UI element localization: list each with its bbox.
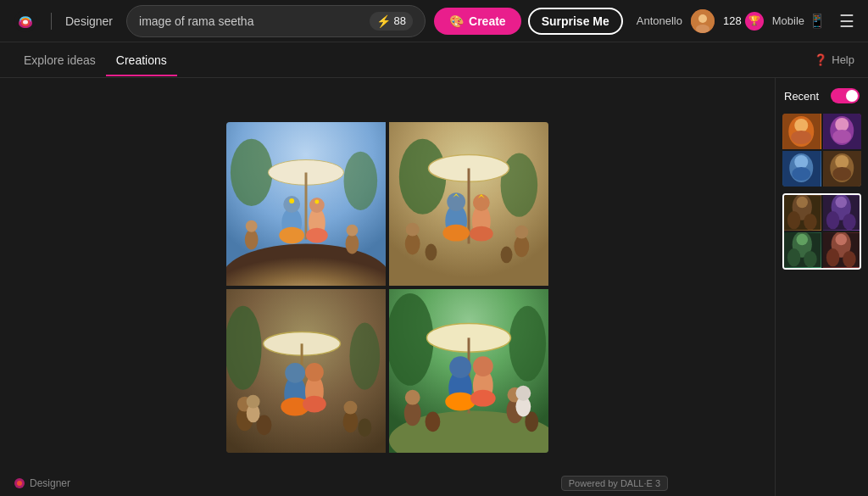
mobile-text: Mobile xyxy=(772,14,804,27)
svg-point-103 xyxy=(787,211,800,229)
nav-tabs: Explore ideas Creations ❓ Help xyxy=(0,42,868,78)
svg-point-16 xyxy=(279,226,304,243)
mobile-icon: 📱 xyxy=(809,13,826,29)
toggle-knob xyxy=(846,90,858,102)
help-circle-icon: ❓ xyxy=(814,53,827,66)
svg-point-95 xyxy=(792,167,810,181)
generated-image-3[interactable] xyxy=(226,289,386,453)
svg-point-58 xyxy=(344,400,358,414)
create-button[interactable]: 🎨 Create xyxy=(434,8,521,35)
svg-point-73 xyxy=(470,389,496,406)
tab-creations[interactable]: Creations xyxy=(106,45,177,75)
svg-point-119 xyxy=(843,251,855,267)
coins-count: 128 xyxy=(723,14,742,27)
svg-point-40 xyxy=(501,246,513,263)
recent-label: Recent xyxy=(784,90,819,103)
recent-header: Recent xyxy=(782,88,861,103)
sidebar: Recent xyxy=(775,78,868,496)
user-avatar[interactable] xyxy=(691,9,715,33)
mobile-label: Mobile 📱 xyxy=(772,13,826,29)
help-button[interactable]: ❓ Help xyxy=(814,53,854,66)
svg-point-81 xyxy=(515,385,531,400)
svg-point-108 xyxy=(826,211,838,229)
svg-point-104 xyxy=(804,214,816,230)
svg-point-33 xyxy=(442,224,470,241)
boost-icon: ⚡ xyxy=(376,14,391,28)
svg-point-61 xyxy=(247,394,260,408)
app-name: Designer xyxy=(65,14,113,28)
image-area: Designer Powered by DALL·E 3 xyxy=(0,78,775,496)
svg-point-32 xyxy=(473,194,490,211)
thumbnail-2a xyxy=(784,195,821,231)
thumbnail-1c xyxy=(782,151,821,187)
user-area: Antonello 128 🏆 Mobile 📱 ☰ xyxy=(637,9,854,33)
svg-point-69 xyxy=(449,356,471,378)
boost-count: 88 xyxy=(394,14,406,27)
svg-point-86 xyxy=(794,119,808,132)
logo-divider xyxy=(51,13,52,30)
generated-image-2[interactable] xyxy=(389,122,548,286)
thumbnail-group-2[interactable] xyxy=(782,193,861,270)
svg-point-23 xyxy=(314,199,319,203)
svg-point-64 xyxy=(509,305,547,381)
svg-point-8 xyxy=(344,151,378,209)
surprise-label: Surprise Me xyxy=(542,14,609,28)
trophy-icon: 🏆 xyxy=(745,12,764,31)
footer-designer-icon xyxy=(14,477,25,489)
svg-point-19 xyxy=(246,220,258,231)
generated-image-1[interactable] xyxy=(226,122,386,286)
svg-point-118 xyxy=(826,248,838,266)
search-area[interactable]: ⚡ 88 xyxy=(126,5,426,37)
svg-point-30 xyxy=(447,192,465,211)
svg-point-2 xyxy=(23,20,28,24)
svg-point-112 xyxy=(797,234,809,246)
svg-point-21 xyxy=(347,224,359,236)
svg-point-39 xyxy=(426,243,437,260)
svg-point-98 xyxy=(835,155,849,169)
svg-point-36 xyxy=(406,222,420,236)
logo-area: Designer xyxy=(14,9,113,33)
create-label: Create xyxy=(469,14,506,28)
user-name: Antonello xyxy=(637,14,682,27)
svg-point-83 xyxy=(17,481,22,486)
tab-explore-ideas[interactable]: Explore ideas xyxy=(14,45,106,75)
svg-point-72 xyxy=(445,392,476,410)
svg-point-4 xyxy=(698,14,707,23)
svg-point-49 xyxy=(285,363,305,383)
svg-point-117 xyxy=(835,234,847,246)
thumbnail-1d xyxy=(823,151,862,187)
svg-point-59 xyxy=(358,418,371,437)
svg-point-20 xyxy=(346,233,359,254)
footer-designer: Designer xyxy=(14,477,70,489)
svg-point-17 xyxy=(306,227,328,242)
svg-point-90 xyxy=(835,118,849,131)
main-content: Designer Powered by DALL·E 3 Recent xyxy=(0,78,868,496)
svg-point-75 xyxy=(405,389,420,404)
footer-designer-label: Designer xyxy=(30,477,70,489)
svg-point-114 xyxy=(804,251,816,267)
powered-label: Powered by DALL·E 3 xyxy=(569,478,660,488)
surprise-button[interactable]: Surprise Me xyxy=(528,8,623,35)
svg-point-91 xyxy=(832,130,851,143)
svg-point-109 xyxy=(843,214,855,230)
svg-point-53 xyxy=(303,395,326,412)
svg-point-5 xyxy=(696,25,709,33)
thumbnail-2c xyxy=(784,232,821,268)
svg-point-18 xyxy=(245,229,259,249)
svg-point-45 xyxy=(349,322,380,389)
svg-point-107 xyxy=(835,197,847,209)
hamburger-icon[interactable]: ☰ xyxy=(839,11,854,31)
svg-point-102 xyxy=(797,197,809,209)
search-input[interactable] xyxy=(139,14,370,28)
copilot-logo xyxy=(14,9,37,33)
svg-point-76 xyxy=(426,411,441,432)
recent-toggle[interactable] xyxy=(831,88,860,103)
bottom-bar: Designer Powered by DALL·E 3 xyxy=(0,471,682,496)
svg-point-51 xyxy=(305,363,324,382)
thumbnail-group-1[interactable] xyxy=(782,114,861,187)
generated-image-4[interactable] xyxy=(389,289,548,453)
thumbnail-2d xyxy=(823,232,860,268)
svg-point-71 xyxy=(473,356,493,376)
thumbnail-1a xyxy=(782,114,821,149)
coins-badge: 128 🏆 xyxy=(723,12,764,31)
